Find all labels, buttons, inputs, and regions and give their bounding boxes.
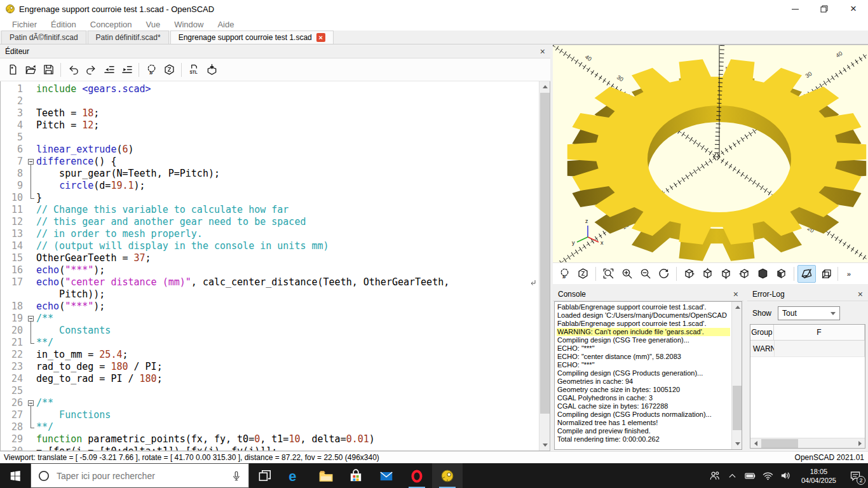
column-header[interactable]: F <box>774 325 865 340</box>
scroll-right-arrow-icon[interactable] <box>855 438 865 449</box>
menu-item-vue[interactable]: Vue <box>139 20 168 29</box>
people-icon[interactable] <box>706 463 724 488</box>
taskbar-edge-icon[interactable]: e <box>280 463 310 488</box>
console-vertical-scrollbar[interactable] <box>731 302 742 449</box>
code-line[interactable]: 25 <box>1 385 539 397</box>
code-line[interactable]: 14// (output will display in the console… <box>1 240 539 252</box>
close-button[interactable]: × <box>839 0 868 18</box>
view-right-icon[interactable] <box>680 265 698 283</box>
indent-icon[interactable] <box>118 61 135 79</box>
code-line[interactable]: 10} <box>1 192 539 204</box>
search-input[interactable] <box>57 471 231 481</box>
code-line[interactable]: 21**/ <box>1 337 539 349</box>
battery-icon[interactable] <box>742 463 759 488</box>
code-line[interactable]: 8 spur_gear(N=Teeth, P=Pitch); <box>1 168 539 180</box>
redo-icon[interactable] <box>82 61 100 79</box>
wifi-icon[interactable] <box>759 463 777 488</box>
error-filter-dropdown[interactable]: Tout <box>778 306 840 320</box>
3d-scene[interactable]: 4030403020202010zxy <box>553 45 868 263</box>
unindent-icon[interactable] <box>100 61 118 79</box>
chevron-up-icon[interactable] <box>724 463 742 488</box>
scroll-left-arrow-icon[interactable] <box>750 438 761 449</box>
taskbar-clock[interactable]: 18:05 04/04/2025 <box>795 467 843 485</box>
minimize-button[interactable] <box>780 0 810 18</box>
menu-item-aide[interactable]: Aide <box>210 20 241 29</box>
taskbar-search-box[interactable] <box>31 463 249 488</box>
code-line[interactable]: 27 Functions <box>1 409 539 421</box>
more-icon[interactable]: » <box>841 265 860 283</box>
taskbar-task-view-icon[interactable] <box>249 463 280 488</box>
code-line[interactable]: 15OtherGearTeeth = 37; <box>1 252 539 264</box>
preview-icon[interactable]: » <box>555 265 574 283</box>
code-line[interactable]: 23rad_to_deg = 180 / PI; <box>1 361 539 373</box>
code-line[interactable]: 11// Change this variable to calculate h… <box>1 204 539 216</box>
console-output[interactable]: Fablab/Engrenage support courroie test 1… <box>554 301 742 450</box>
perspective-icon[interactable] <box>797 265 816 283</box>
new-file-icon[interactable] <box>4 61 22 79</box>
document-tab[interactable]: Engrenage support courroie test 1.scad× <box>170 30 334 44</box>
zoom-in-icon[interactable] <box>618 265 636 283</box>
preview-icon[interactable]: » <box>142 61 160 79</box>
taskbar-file-explorer-icon[interactable] <box>310 463 341 488</box>
volume-icon[interactable] <box>777 463 795 488</box>
code-line[interactable]: 22in_to_mm = 25.4; <box>1 349 539 361</box>
error-log-horizontal-scrollbar[interactable] <box>750 438 865 448</box>
code-line[interactable]: 1include <gears.scad> <box>1 83 539 95</box>
menu-item-window[interactable]: Window <box>167 20 210 29</box>
taskbar-opera-icon[interactable] <box>402 463 432 488</box>
microphone-icon[interactable] <box>231 470 242 482</box>
console-close-button[interactable]: × <box>733 290 738 299</box>
taskbar-openscad-icon[interactable] <box>432 463 463 488</box>
view-bottom-icon[interactable] <box>717 265 735 283</box>
menu-item-dition[interactable]: Édition <box>44 20 83 29</box>
code-line[interactable]: 20 Constants <box>1 325 539 337</box>
code-line[interactable]: 24deg_to_rad = PI / 180; <box>1 373 539 385</box>
save-icon[interactable] <box>39 61 57 79</box>
error-log-scroll-thumb[interactable] <box>761 439 798 448</box>
code-line[interactable]: 13// in order to mesh properly. <box>1 228 539 240</box>
tab-close-icon[interactable]: × <box>316 33 325 42</box>
open-file-icon[interactable] <box>22 61 39 79</box>
code-line[interactable]: 30= [for(i = [t0:delta:t1]) [fx(i), fy(i… <box>1 445 539 451</box>
3d-viewport[interactable]: 4030403020202010zxy <box>553 44 868 262</box>
menu-item-conception[interactable]: Conception <box>83 20 139 29</box>
code-line[interactable]: 3Teeth = 18; <box>1 107 539 119</box>
taskbar-mail-icon[interactable] <box>371 463 402 488</box>
scroll-up-arrow-icon[interactable] <box>732 302 742 313</box>
code-line[interactable]: 17echo("center distance (mm)", calc_cent… <box>1 276 539 288</box>
orthographic-icon[interactable] <box>816 265 834 283</box>
code-line[interactable]: 26/** <box>1 397 539 409</box>
restore-button[interactable] <box>810 0 839 18</box>
code-line[interactable]: 6linear_extrude(6) <box>1 144 539 156</box>
console-scroll-thumb[interactable] <box>733 386 742 430</box>
editor-close-button[interactable]: × <box>540 47 545 56</box>
view-back-icon[interactable] <box>772 265 790 283</box>
code-line[interactable]: 18echo("***"); <box>1 301 539 313</box>
code-line[interactable]: 7difference() { <box>1 156 539 168</box>
code-line[interactable]: 12// this gear and another gear need to … <box>1 216 539 228</box>
scroll-up-arrow-icon[interactable] <box>539 81 550 92</box>
code-editor[interactable]: 1include <gears.scad>23Teeth = 18;4Pitch… <box>0 81 550 451</box>
print-3d-icon[interactable] <box>203 61 220 79</box>
fold-marker-icon[interactable] <box>27 156 36 168</box>
zoom-all-icon[interactable] <box>599 265 618 283</box>
start-button[interactable] <box>0 463 31 488</box>
error-log-row[interactable]: WARNING <box>750 341 865 357</box>
undo-icon[interactable] <box>64 61 82 79</box>
code-line[interactable]: 9 circle(d=19.1); <box>1 180 539 192</box>
error-log-close-button[interactable]: × <box>858 290 863 299</box>
editor-scroll-thumb[interactable] <box>540 93 550 414</box>
code-line[interactable]: 2 <box>1 95 539 107</box>
code-line[interactable]: Pitch)); <box>1 288 539 301</box>
editor-vertical-scrollbar[interactable] <box>539 81 550 451</box>
code-line[interactable]: 19/** <box>1 313 539 325</box>
view-top-icon[interactable] <box>698 265 717 283</box>
fold-marker-icon[interactable] <box>27 313 36 325</box>
reset-view-icon[interactable] <box>654 265 673 283</box>
code-lines[interactable]: 1include <gears.scad>23Teeth = 18;4Pitch… <box>1 83 539 451</box>
document-tab[interactable]: Patin définitif.scad* <box>88 30 169 44</box>
code-line[interactable]: 29function parametric_points(fx, fy, t0=… <box>1 433 539 445</box>
menu-item-fichier[interactable]: Fichier <box>5 20 44 29</box>
view-left-icon[interactable] <box>735 265 754 283</box>
zoom-out-icon[interactable] <box>636 265 654 283</box>
